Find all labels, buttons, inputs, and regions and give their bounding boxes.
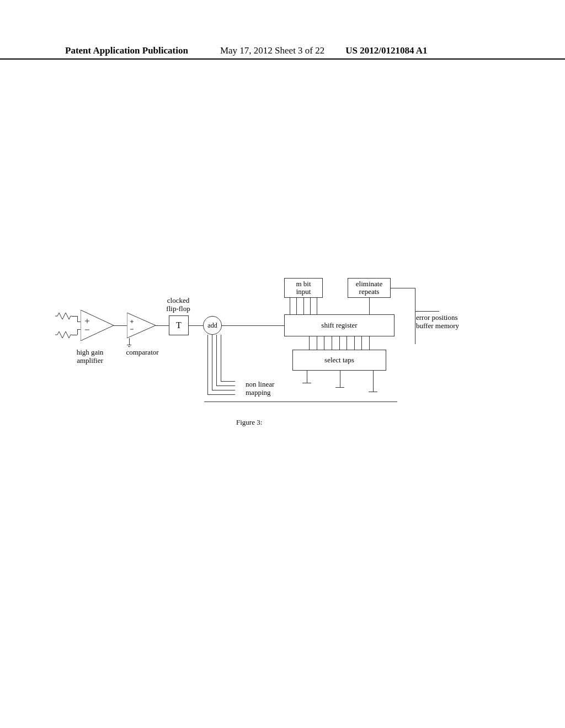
shift-register-box: shift register <box>284 314 395 336</box>
nonlinear-mapping-label: non linear mapping <box>246 381 290 397</box>
comparator-label: comparator <box>122 349 162 357</box>
input-resistor-top <box>55 312 72 320</box>
add-node: add <box>203 316 222 335</box>
mbit-input-ticks <box>290 298 317 314</box>
block-diagram: high gain amplifier comparator T clocked… <box>0 259 565 480</box>
publication-date-sheet: May 17, 2012 Sheet 3 of 22 <box>220 45 324 56</box>
m-bit-input-box: m bit input <box>284 278 323 298</box>
high-gain-amplifier-label: high gain amplifier <box>71 349 109 365</box>
page-header: Patent Application Publication May 17, 2… <box>0 43 565 60</box>
svg-marker-0 <box>81 310 114 341</box>
eliminate-repeats-box: eliminate repeats <box>348 278 391 298</box>
high-gain-amplifier-icon <box>81 310 114 341</box>
svg-marker-4 <box>127 313 156 338</box>
select-taps-box: select taps <box>292 350 386 371</box>
input-resistor-bottom <box>55 331 72 339</box>
buffer-memory-label: error positions buffer memory <box>416 314 482 330</box>
comparator-icon <box>127 313 156 338</box>
shift-register-output-ticks <box>309 336 370 350</box>
flipflop-box: T <box>169 315 189 335</box>
doc-type: Patent Application Publication <box>65 45 188 56</box>
figure-caption: Figure 3: <box>236 418 262 427</box>
publication-number: US 2012/0121084 A1 <box>345 45 427 56</box>
flipflop-label: clocked flip-flop <box>160 297 196 313</box>
